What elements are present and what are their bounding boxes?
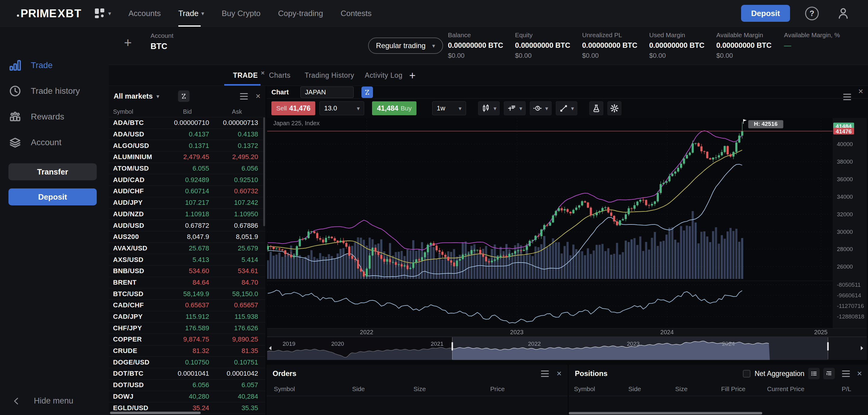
market-bid[interactable]: 35.24 [163,404,209,412]
market-ask[interactable]: 0.92510 [209,176,258,184]
market-row[interactable]: DOT/USD6.0566.057 [109,380,266,391]
market-ask[interactable]: 35.35 [209,404,258,412]
chart-settings-button[interactable] [608,101,621,115]
market-ask[interactable]: 0.00000713 [209,119,258,127]
market-ask[interactable]: 107.242 [209,199,258,207]
user-icon[interactable] [836,6,850,21]
market-row[interactable]: ALGO/USD0.13710.1372 [109,140,266,152]
market-ask[interactable]: 0.0001042 [209,369,258,378]
sidebar-item-trade[interactable]: Trade [0,56,109,75]
market-ask[interactable]: 25.679 [209,244,258,252]
market-ask[interactable]: 2,495.20 [209,153,258,161]
row-density-icon[interactable] [808,368,819,379]
market-ask[interactable]: 0.60732 [209,187,258,195]
hide-menu-button[interactable]: Hide menu [12,396,73,406]
panel-menu-icon[interactable] [240,93,248,99]
market-row[interactable]: BNB/USD534.60534.61 [109,266,266,277]
add-account-button[interactable]: + [120,34,136,51]
market-row[interactable]: CAD/JPY115.912115.938 [109,311,266,323]
market-row[interactable]: DOWJ40,28040,284 [109,391,266,403]
market-row[interactable]: CAD/CHF0.656370.65657 [109,300,266,311]
market-bid[interactable]: 8,047.9 [163,233,209,241]
market-ask[interactable]: 40,284 [209,393,258,401]
market-ask[interactable]: 5.414 [209,256,258,264]
market-ask[interactable]: 0.10751 [209,358,258,366]
market-bid[interactable]: 5.413 [163,256,209,264]
market-bid[interactable]: 0.65637 [163,301,209,309]
order-display-select[interactable]: ▾ [504,101,526,115]
time-mode-select[interactable]: ▾ [530,101,552,115]
market-bid[interactable]: 0.1371 [163,142,209,150]
market-row[interactable]: BRENT84.6484.70 [109,277,266,289]
market-bid[interactable]: 176.589 [163,324,209,332]
compare-symbol-button[interactable] [362,87,373,98]
price-chart-canvas[interactable] [267,118,867,360]
nav-item-copy-trading[interactable]: Copy-trading [278,0,323,27]
tab-charts[interactable]: Charts [269,65,290,86]
compare-symbols-button[interactable] [178,90,189,102]
market-ask[interactable]: 176.626 [209,324,258,332]
market-row[interactable]: ATOM/USD6.0556.056 [109,163,266,175]
apps-menu-button[interactable]: ▾ [94,8,111,19]
market-bid[interactable]: 40,280 [163,393,209,401]
market-row[interactable]: CRUDE81.3281.35 [109,346,266,357]
market-bid[interactable]: 6.056 [163,381,209,389]
market-bid[interactable]: 0.92489 [163,176,209,184]
market-row[interactable]: AVAX/USD25.67825.679 [109,243,266,255]
market-bid[interactable]: 0.10750 [163,358,209,366]
market-ask[interactable]: 1.10950 [209,210,258,218]
market-ask[interactable]: 8,051.9 [209,233,258,241]
close-tab-icon[interactable]: × [261,69,265,77]
market-bid[interactable]: 84.64 [163,278,209,287]
order-size-select[interactable]: 13.0 ▾ [319,101,364,115]
primexbt-logo[interactable]: PRIME XBT [17,7,82,20]
nav-item-contests[interactable]: Contests [341,0,372,27]
market-bid[interactable]: 25.678 [163,244,209,252]
market-row[interactable]: CHF/JPY176.589176.626 [109,322,266,334]
market-row[interactable]: AUS2008,047.98,051.9 [109,231,266,243]
help-icon[interactable]: ? [805,7,819,20]
market-row[interactable]: AUD/NZD1.109181.10950 [109,209,266,220]
market-ask[interactable]: 9,890.25 [209,335,258,343]
market-ask[interactable]: 0.67886 [209,222,258,230]
market-bid[interactable]: 534.60 [163,267,209,275]
market-bid[interactable]: 6.055 [163,165,209,172]
market-ask[interactable]: 115.938 [209,313,258,321]
market-ask[interactable]: 84.70 [209,278,258,287]
market-bid[interactable]: 115.912 [163,313,209,321]
market-ask[interactable]: 58,150.0 [209,290,258,298]
trading-mode-select[interactable]: Regular trading ▾ [368,37,443,54]
market-ask[interactable]: 6.056 [209,165,258,172]
market-bid[interactable]: 0.4137 [163,130,209,138]
group-rows-icon[interactable] [823,368,835,379]
market-bid[interactable]: 58,149.9 [163,290,209,298]
market-bid[interactable]: 81.32 [163,347,209,355]
market-row[interactable]: DOGE/USD0.107500.10751 [109,357,266,368]
tab-trading-history[interactable]: Trading History [305,65,354,86]
market-row[interactable]: ALUMINIUM2,479.452,495.20 [109,152,266,163]
market-row[interactable]: AXS/USD5.4135.414 [109,254,266,266]
market-ask[interactable]: 0.65657 [209,301,258,309]
panel-menu-icon[interactable] [843,88,851,100]
nav-item-buy-crypto[interactable]: Buy Crypto [221,0,260,27]
sidebar-item-account[interactable]: Account [0,133,109,152]
market-row[interactable]: AUD/CHF0.607140.60732 [109,186,266,197]
market-row[interactable]: BTC/USD58,149.958,150.0 [109,288,266,300]
indicators-button[interactable] [589,101,603,115]
market-ask[interactable]: 0.4138 [209,130,258,138]
market-bid[interactable]: 0.67872 [163,222,209,230]
market-row[interactable]: ADA/USD0.41370.4138 [109,129,266,140]
market-row[interactable]: AUD/CAD0.924890.92510 [109,174,266,186]
close-panel-icon[interactable]: × [858,87,863,96]
chart-symbol-input[interactable] [301,87,353,98]
market-bid[interactable]: 2,479.45 [163,153,209,161]
market-row[interactable]: DOT/BTC0.00010410.0001042 [109,368,266,380]
market-bid[interactable]: 0.0001041 [163,369,209,378]
deposit-sidebar-button[interactable]: Deposit [8,188,97,205]
market-bid[interactable]: 107.217 [163,199,209,207]
market-row[interactable]: COPPER9,874.759,890.25 [109,334,266,346]
nav-item-accounts[interactable]: Accounts [128,0,161,27]
market-row[interactable]: AUD/USD0.678720.67886 [109,220,266,231]
market-bid[interactable]: 0.60714 [163,187,209,195]
chart-type-select[interactable]: ▾ [478,101,500,115]
